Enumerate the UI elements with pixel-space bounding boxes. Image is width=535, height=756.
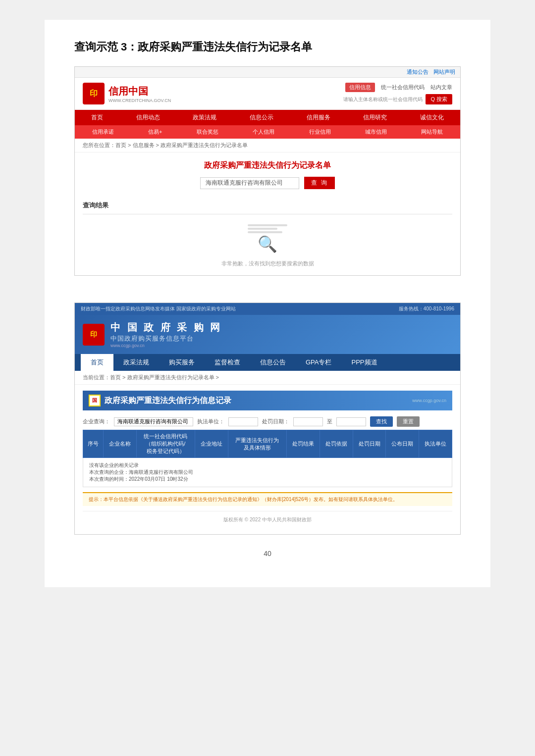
s2-content-subtitle: www.ccgp.gov.cn xyxy=(412,398,446,403)
s1-logo-cn: 信用中国 xyxy=(108,85,171,98)
s1-tab-content[interactable]: 站内文章 xyxy=(430,84,452,91)
empty-line-1 xyxy=(248,224,287,226)
s1-content-title: 政府采购严重违法失信行为记录名单 xyxy=(83,160,452,171)
s1-nav-service[interactable]: 信用服务 xyxy=(304,112,333,123)
s2-empty-time: 本次查询的时间：2022年03月07日 10时32分 xyxy=(89,476,446,483)
table-row: 没有该企业的相关记录 本次查询的企业：海南联通克服行咨询有限公司 本次查询的时间… xyxy=(83,458,452,487)
s2-footer: 版权所有 © 2022 中华人民共和国财政部 xyxy=(83,511,452,528)
s2-content-header: 国 政府采购严重违法失信行为信息记录 www.ccgp.gov.cn xyxy=(83,391,452,410)
s1-notice-link[interactable]: 通知公告 xyxy=(407,68,428,76)
s1-nav-policy[interactable]: 政策法规 xyxy=(190,112,219,123)
s2-filter-date-to[interactable] xyxy=(336,417,366,426)
s2-logo-cn2: 中国政府购买服务信息平台 xyxy=(110,334,222,343)
s2-th-address: 企业地址 xyxy=(195,430,228,458)
s2-table-header-row: 序号 企业名称 统一社会信用代码（组织机构代码/税务登记代码） 企业地址 严重违… xyxy=(83,430,452,458)
s2-topbar-left: 财政部唯一指定政府采购信息网络发布媒体 国家级政府的采购专业网站 xyxy=(81,305,236,312)
section2-ccgp: 财政部唯一指定政府采购信息网络发布媒体 国家级政府的采购专业网站 服务热线：40… xyxy=(74,302,461,535)
s2-filter-penalty-label: 执法单位： xyxy=(197,418,224,425)
s2-nav: 首页 政采法规 购买服务 监督检查 信息公告 GPA专栏 PPP频道 xyxy=(75,354,460,371)
s1-tab-credit[interactable]: 信用信息 xyxy=(345,83,375,92)
s1-header: 印 信用中国 WWW.CREDITCHINA.GOV.CN 信用信息 统一社会信… xyxy=(75,78,460,110)
s1-query-button[interactable]: 查 询 xyxy=(304,177,334,189)
s1-query-row: 查 询 xyxy=(83,177,452,189)
s2-nav-policy[interactable]: 政采法规 xyxy=(113,354,159,371)
s2-content-title: 政府采购严重违法失信行为信息记录 xyxy=(105,396,231,406)
s1-search-row: 请输入主体名称或统一社会信用代码 Q 搜索 xyxy=(343,94,452,104)
page-title: 查询示范 3：政府采购严重违法失信行为记录名单 xyxy=(74,40,461,54)
s1-nav-info[interactable]: 信息公示 xyxy=(247,112,276,123)
s2-nav-gpa[interactable]: GPA专栏 xyxy=(296,354,342,371)
s2-header: 印 中 国 政 府 采 购 网 中国政府购买服务信息平台 www.ccgp.go… xyxy=(75,315,460,354)
s1-logo: 印 信用中国 WWW.CREDITCHINA.GOV.CN xyxy=(83,83,171,104)
s1-search-button[interactable]: Q 搜索 xyxy=(426,94,452,104)
s2-logo-cn: 中 国 政 府 采 购 网 xyxy=(110,321,222,334)
s1-topbar: 通知公告 网站声明 xyxy=(75,67,460,78)
s1-nav2-city[interactable]: 城市信用 xyxy=(362,127,390,137)
s2-nav-purchase[interactable]: 购买服务 xyxy=(159,354,205,371)
s1-query-input[interactable] xyxy=(200,177,299,189)
s2-th-no: 序号 xyxy=(83,430,104,458)
s2-logo-icon: 印 xyxy=(83,324,105,346)
s2-empty-message: 没有该企业的相关记录 xyxy=(89,462,446,469)
page-number: 40 xyxy=(74,550,461,557)
s2-filter-company-input[interactable] xyxy=(114,417,193,426)
s2-th-code: 统一社会信用代码（组织机构代码/税务登记代码） xyxy=(136,430,195,458)
s2-th-pubdate: 公布日期 xyxy=(386,430,419,458)
s2-th-result: 处罚结果 xyxy=(287,430,320,458)
s2-topbar-right: 服务热线：400-810-1996 xyxy=(399,305,454,312)
section1-creditchina: 通知公告 网站声明 印 信用中国 WWW.CREDITCHINA.GOV.CN … xyxy=(74,66,461,276)
s1-nav2-nav[interactable]: 网站导航 xyxy=(418,127,446,137)
s1-nav-culture[interactable]: 诚信文化 xyxy=(417,112,447,123)
s1-nav-home[interactable]: 首页 xyxy=(88,112,106,123)
s2-filter-row: 企业查询： 执法单位： 处罚日期： 至 查找 重置 xyxy=(83,416,452,427)
s2-filter-date-label: 处罚日期： xyxy=(262,418,289,425)
s1-main-content: 政府采购严重违法失信行为记录名单 查 询 查询结果 🔍 非常抱歉，没有找到您想要… xyxy=(75,152,460,275)
s2-empty-company: 本次查询的企业：海南联通克服行咨询有限公司 xyxy=(89,469,446,476)
s2-content-header-icon: 国 xyxy=(89,395,101,406)
s2-nav-supervision[interactable]: 监督检查 xyxy=(205,354,250,371)
s2-topbar: 财政部唯一指定政府采购信息网络发布媒体 国家级政府的采购专业网站 服务热线：40… xyxy=(75,303,460,315)
s1-tabs-row: 信用信息 统一社会信用代码 站内文章 xyxy=(345,83,452,92)
s2-logo-url: www.ccgp.gov.cn xyxy=(110,343,222,348)
s1-breadcrumb: 您所在位置：首页 > 信息服务 > 政府采购严重违法失信行为记录名单 xyxy=(75,139,460,152)
s1-nav-research[interactable]: 信用研究 xyxy=(360,112,390,123)
s2-th-violation: 严重违法失信行为及具体情形 xyxy=(228,430,286,458)
s2-nav-notice[interactable]: 信息公告 xyxy=(250,354,296,371)
s1-empty-state: 🔍 xyxy=(83,224,452,252)
s2-search-button[interactable]: 查找 xyxy=(370,416,393,427)
s2-nav-ppp[interactable]: PPP频道 xyxy=(342,354,387,371)
s2-filter-date-from[interactable] xyxy=(293,417,323,426)
s2-th-basis: 处罚依据 xyxy=(320,430,353,458)
s2-th-name: 企业名称 xyxy=(103,430,136,458)
search-empty-icon: 🔍 xyxy=(258,236,277,252)
s1-search-hint: 请输入主体名称或统一社会信用代码 xyxy=(343,96,423,103)
s2-breadcrumb: 当前位置：首页 > 政府采购严重违法失信行为记录名单 > xyxy=(75,371,460,385)
s2-filter-penalty-unit-input[interactable] xyxy=(228,417,258,426)
empty-line-3 xyxy=(248,231,282,233)
s2-results-table: 序号 企业名称 统一社会信用代码（组织机构代码/税务登记代码） 企业地址 严重违… xyxy=(83,430,452,487)
s2-main-content: 国 政府采购严重违法失信行为信息记录 www.ccgp.gov.cn 企业查询：… xyxy=(75,385,460,534)
s1-nav2-personal[interactable]: 个人信用 xyxy=(250,127,277,137)
s2-nav-home[interactable]: 首页 xyxy=(81,354,113,371)
s1-nav2-joint[interactable]: 联合奖惩 xyxy=(194,127,221,137)
empty-line-2 xyxy=(248,228,277,230)
s1-nav2-promise[interactable]: 信用承诺 xyxy=(89,127,117,137)
s2-th-unit: 执法单位 xyxy=(419,430,452,458)
credit-china-logo-icon: 印 xyxy=(83,83,105,104)
s2-logo-text: 中 国 政 府 采 购 网 中国政府购买服务信息平台 www.ccgp.gov.… xyxy=(110,321,222,348)
s1-empty-text: 非常抱歉，没有找到您想要搜索的数据 xyxy=(83,260,452,267)
s1-nav-dynamics[interactable]: 信用动态 xyxy=(133,112,163,123)
s1-tab-code[interactable]: 统一社会信用代码 xyxy=(381,84,425,91)
s2-filter-sep: 至 xyxy=(327,418,332,425)
s1-logo-text: 信用中国 WWW.CREDITCHINA.GOV.CN xyxy=(108,85,171,103)
s1-nav2: 信用承诺 信易+ 联合奖惩 个人信用 行业信用 城市信用 网站导航 xyxy=(75,125,460,139)
s1-logo-url: WWW.CREDITCHINA.GOV.CN xyxy=(108,98,171,103)
s2-empty-cell: 没有该企业的相关记录 本次查询的企业：海南联通克服行咨询有限公司 本次查询的时间… xyxy=(83,458,452,487)
s1-search-area: 信用信息 统一社会信用代码 站内文章 请输入主体名称或统一社会信用代码 Q 搜索 xyxy=(343,83,452,104)
s2-reset-button[interactable]: 重置 xyxy=(397,416,420,427)
s2-th-date: 处罚日期 xyxy=(353,430,386,458)
s1-nav2-easy[interactable]: 信易+ xyxy=(145,127,165,137)
s1-statement-link[interactable]: 网站声明 xyxy=(433,68,455,76)
s1-nav2-industry[interactable]: 行业信用 xyxy=(306,127,334,137)
s1-result-title: 查询结果 xyxy=(83,197,452,214)
